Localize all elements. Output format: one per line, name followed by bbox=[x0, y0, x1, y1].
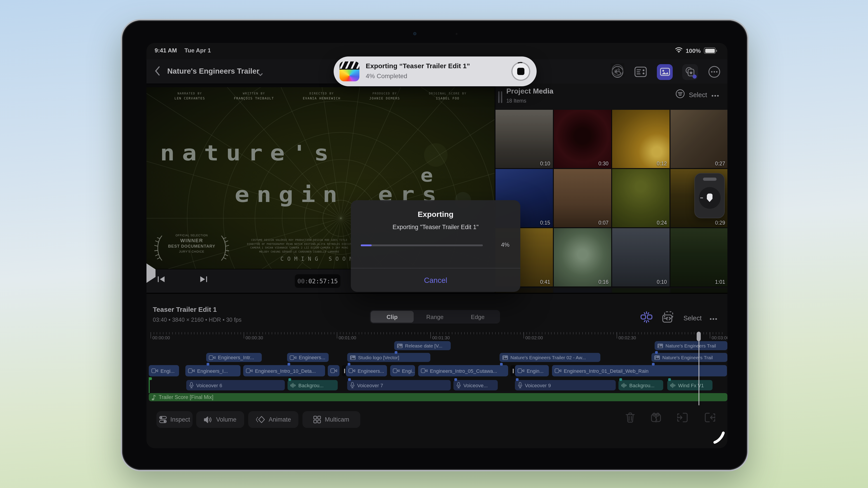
banner-title: Exporting “Teaser Trailer Edit 1” bbox=[366, 62, 470, 70]
export-notification-banner[interactable]: Exporting “Teaser Trailer Edit 1” 4% Com… bbox=[334, 57, 537, 86]
progress-percent: 4% bbox=[501, 241, 509, 248]
ambient-sensor bbox=[456, 33, 458, 35]
front-camera bbox=[413, 32, 416, 35]
cancel-button[interactable]: Cancel bbox=[351, 268, 520, 292]
dialog-message: Exporting "Teaser Trailer Edit 1" bbox=[351, 224, 520, 230]
ipad-device-frame: 9:41 AM Tue Apr 1 100% Nature's Engineer… bbox=[121, 19, 749, 471]
pencil-cursor bbox=[713, 431, 725, 446]
banner-subtitle: 4% Completed bbox=[366, 72, 407, 79]
stop-export-button[interactable] bbox=[511, 62, 530, 81]
apple-pencil-widget[interactable] bbox=[694, 173, 725, 218]
progress-bar bbox=[361, 245, 483, 246]
export-progress-dialog: Exporting Exporting "Teaser Trailer Edit… bbox=[351, 200, 520, 292]
pencil-dial bbox=[699, 187, 720, 209]
pencil-battery-pill bbox=[703, 177, 716, 181]
final-cut-pro-app-icon bbox=[340, 61, 360, 81]
ipad-screen: 9:41 AM Tue Apr 1 100% Nature's Engineer… bbox=[147, 43, 727, 448]
desktop-background: 9:41 AM Tue Apr 1 100% Nature's Engineer… bbox=[0, 0, 868, 488]
stop-icon bbox=[517, 68, 524, 75]
dialog-title: Exporting bbox=[351, 210, 520, 219]
